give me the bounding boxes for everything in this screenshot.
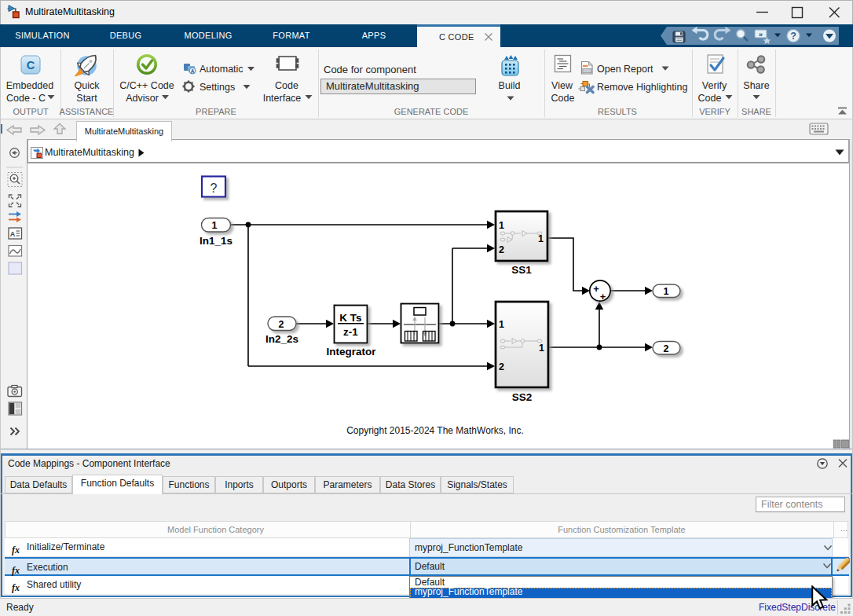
svg-text:1: 1 bbox=[539, 343, 544, 354]
svg-text:z-1: z-1 bbox=[343, 326, 358, 338]
svg-text:SS1: SS1 bbox=[511, 264, 532, 276]
svg-text:SS2: SS2 bbox=[512, 391, 533, 403]
svg-text:1: 1 bbox=[664, 286, 669, 297]
svg-text:+: + bbox=[600, 291, 606, 302]
svg-text:?: ? bbox=[790, 31, 796, 42]
svg-text:A: A bbox=[10, 230, 16, 238]
svg-text:Copyright 2015-2024 The MathWo: Copyright 2015-2024 The MathWorks, Inc. bbox=[346, 425, 524, 436]
svg-text:»: » bbox=[759, 31, 763, 38]
svg-text:?: ? bbox=[211, 182, 218, 195]
svg-text:In1_1s: In1_1s bbox=[200, 235, 232, 247]
svg-text:2: 2 bbox=[499, 244, 504, 255]
svg-text:1: 1 bbox=[499, 220, 504, 231]
svg-text:K Ts: K Ts bbox=[339, 312, 361, 324]
svg-text:+: + bbox=[593, 283, 599, 295]
svg-text:A: A bbox=[191, 68, 195, 74]
svg-text:2: 2 bbox=[279, 319, 284, 330]
svg-text:2: 2 bbox=[664, 343, 669, 354]
svg-text:Integrator: Integrator bbox=[326, 346, 376, 358]
svg-text:1: 1 bbox=[538, 233, 544, 244]
svg-text:In2_2s: In2_2s bbox=[265, 333, 298, 345]
svg-text:1: 1 bbox=[499, 319, 504, 330]
svg-text:C: C bbox=[27, 59, 35, 72]
svg-text:1: 1 bbox=[212, 220, 218, 231]
svg-text:2: 2 bbox=[499, 361, 504, 372]
